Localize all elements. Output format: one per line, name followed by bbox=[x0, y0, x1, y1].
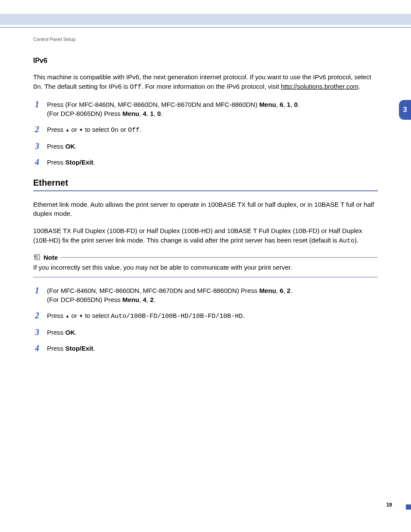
step-3: 3 Press OK. bbox=[47, 142, 378, 151]
step-number: 4 bbox=[35, 342, 39, 354]
down-arrow-icon: ▼ bbox=[79, 313, 83, 319]
key-4: 4 bbox=[143, 296, 146, 303]
text: Press bbox=[47, 345, 65, 352]
chapter-number: 3 bbox=[403, 106, 407, 114]
step-number: 1 bbox=[35, 98, 39, 110]
text: , bbox=[290, 101, 294, 108]
page-content: IPv6 This machine is compatible with IPv… bbox=[33, 57, 378, 364]
text: , bbox=[276, 101, 280, 108]
text: . bbox=[161, 110, 162, 117]
step-number: 1 bbox=[35, 284, 39, 296]
text: Press bbox=[47, 159, 65, 166]
text: . bbox=[75, 329, 77, 336]
page-corner-mark bbox=[406, 504, 411, 510]
ipv6-steps: 1 Press (For MFC-8460N, MFC-8660DN, MFC-… bbox=[33, 100, 378, 167]
code-on: On bbox=[111, 127, 118, 134]
text: or bbox=[69, 126, 79, 133]
text: or bbox=[118, 126, 128, 133]
note-end-rule bbox=[33, 277, 378, 277]
text: , bbox=[154, 110, 157, 117]
chapter-tab: 3 bbox=[399, 100, 411, 120]
breadcrumb: Control Panel Setup bbox=[33, 37, 75, 42]
section-rule bbox=[33, 190, 378, 191]
text: Press (For MFC-8460N, MFC-8660DN, MFC-86… bbox=[47, 101, 259, 108]
step-number: 4 bbox=[35, 156, 39, 168]
text: (For DCP-8065DN) Press bbox=[47, 110, 122, 117]
code-auto: Auto bbox=[339, 237, 355, 245]
code-off: Off bbox=[130, 84, 142, 91]
text: , bbox=[283, 287, 286, 294]
menu-key: Menu bbox=[122, 296, 139, 303]
key-0: 0 bbox=[294, 101, 298, 108]
page-number: 19 bbox=[386, 502, 392, 508]
step-number: 2 bbox=[35, 309, 39, 321]
step-3: 3 Press OK. bbox=[47, 328, 378, 337]
text: This machine is compatible with IPv6, th… bbox=[33, 73, 371, 81]
text: Press bbox=[47, 143, 65, 150]
note-icon bbox=[33, 254, 41, 261]
text: . bbox=[93, 159, 95, 166]
key-4: 4 bbox=[143, 110, 146, 117]
note-text: If you incorrectly set this value, you m… bbox=[33, 263, 378, 272]
step-1: 1 (For MFC-8460N, MFC-8660DN, MFC-8670DN… bbox=[47, 286, 378, 304]
text: . bbox=[154, 296, 156, 303]
stop-exit-key: Stop/Exit bbox=[65, 345, 93, 352]
up-arrow-icon: ▲ bbox=[65, 127, 70, 133]
ok-key: OK bbox=[65, 143, 75, 150]
key-2: 2 bbox=[287, 287, 290, 294]
text: 100BASE TX Full Duplex (100B-FD) or Half… bbox=[33, 227, 362, 244]
text: , bbox=[146, 296, 150, 303]
step-2: 2 Press ▲ or ▼ to select Auto/100B-FD/10… bbox=[47, 311, 378, 321]
note-rule bbox=[60, 257, 378, 258]
text: to select bbox=[83, 126, 111, 133]
code-options: Auto/100B-FD/100B-HD/10B-FD/10B-HD bbox=[111, 313, 243, 320]
step-2: 2 Press ▲ or ▼ to select On or Off. bbox=[47, 125, 378, 135]
text: ). bbox=[355, 236, 358, 244]
step-number: 3 bbox=[35, 140, 39, 152]
step-4: 4 Press Stop/Exit. bbox=[47, 158, 378, 167]
text: . bbox=[243, 312, 244, 319]
text: , bbox=[146, 110, 150, 117]
text: . bbox=[140, 126, 141, 133]
text: (For MFC-8460N, MFC-8660DN, MFC-8670DN a… bbox=[47, 287, 259, 294]
code-off: Off bbox=[128, 127, 140, 134]
ethernet-para-2: 100BASE TX Full Duplex (100B-FD) or Half… bbox=[33, 226, 378, 246]
ethernet-steps: 1 (For MFC-8460N, MFC-8660DN, MFC-8670DN… bbox=[33, 286, 378, 353]
support-link[interactable]: http://solutions.brother.com bbox=[281, 83, 358, 90]
menu-key: Menu bbox=[259, 101, 276, 108]
text: (For DCP-8065DN) Press bbox=[47, 296, 122, 303]
step-number: 3 bbox=[35, 326, 39, 338]
header-band bbox=[0, 14, 411, 25]
note-label: Note bbox=[44, 254, 58, 261]
text: to select bbox=[83, 312, 111, 319]
text: , bbox=[139, 110, 143, 117]
key-1: 1 bbox=[150, 110, 153, 117]
ethernet-heading: Ethernet bbox=[33, 178, 378, 188]
text: . bbox=[75, 143, 77, 150]
text: . The default setting for IPv6 is bbox=[41, 83, 130, 90]
ipv6-intro: This machine is compatible with IPv6, th… bbox=[33, 72, 378, 92]
text: . bbox=[290, 287, 292, 294]
key-1: 1 bbox=[287, 101, 290, 108]
step-number: 2 bbox=[35, 123, 39, 135]
text: . bbox=[358, 83, 360, 90]
ethernet-para-1: Ethernet link mode. Auto allows the prin… bbox=[33, 200, 378, 219]
text: Press bbox=[47, 126, 65, 133]
header-rule bbox=[0, 27, 411, 28]
menu-key: Menu bbox=[122, 110, 139, 117]
text: , bbox=[283, 101, 286, 108]
text: . For more information on the IPv6 proto… bbox=[142, 83, 281, 90]
ok-key: OK bbox=[65, 329, 75, 336]
note-header: Note bbox=[33, 254, 378, 261]
text: or bbox=[69, 312, 79, 319]
up-arrow-icon: ▲ bbox=[65, 313, 70, 319]
menu-key: Menu bbox=[259, 287, 276, 294]
text: . bbox=[93, 345, 95, 352]
text: Press bbox=[47, 312, 65, 319]
text: , bbox=[139, 296, 143, 303]
down-arrow-icon: ▼ bbox=[79, 127, 83, 133]
text: . bbox=[298, 101, 299, 108]
step-4: 4 Press Stop/Exit. bbox=[47, 344, 378, 353]
text: , bbox=[276, 287, 280, 294]
text: Press bbox=[47, 329, 65, 336]
